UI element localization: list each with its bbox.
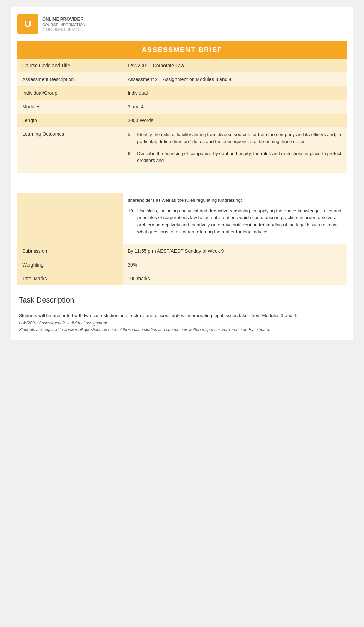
- task-overlap-line1: LAW2001: Assessment 2: Individual Assign…: [19, 320, 345, 327]
- length-value: 2000 Words: [123, 114, 347, 127]
- shareholder-text: shareholders as well as the rules regula…: [128, 198, 342, 203]
- assessment-table: ASSESSMENT BRIEF Course Code and Title L…: [17, 41, 347, 173]
- course-code-label: Course Code and Title: [17, 59, 123, 72]
- length-label: Length: [17, 114, 123, 127]
- assessment-desc-row: Assessment Description Assessment 2 – As…: [17, 72, 347, 86]
- weighting-label: Weighting: [17, 258, 123, 272]
- learning-outcomes-list: 5. Identify the risks of liability arisi…: [128, 131, 342, 164]
- page-container: U ONLINE PROVIDER COURSE INFORMATION ASS…: [11, 7, 353, 340]
- learning-outcomes-value: 5. Identify the risks of liability arisi…: [123, 127, 347, 173]
- individual-group-row: Individual/Group Individual: [17, 86, 347, 100]
- individual-group-label: Individual/Group: [17, 86, 123, 100]
- item-6-text: Describe the financing of companies by d…: [137, 150, 342, 164]
- cont-left-cell: [17, 193, 123, 244]
- course-code-value: LAW2001 - Corporate Law: [123, 59, 347, 72]
- total-marks-value: 100 marks: [123, 272, 347, 285]
- list-item: 10. Use skills, including analytical and…: [128, 208, 342, 235]
- weighting-value: 30%: [123, 258, 347, 272]
- item-5-num: 5.: [128, 131, 134, 145]
- list-item: 6. Describe the financing of companies b…: [128, 150, 342, 164]
- modules-row: Modules 3 and 4: [17, 100, 347, 114]
- continuation-row: shareholders as well as the rules regula…: [17, 193, 347, 244]
- modules-label: Modules: [17, 100, 123, 114]
- assessment-title: ASSESSMENT BRIEF: [17, 41, 347, 59]
- submission-value: By 11:55 p.m AEST/AEDT Sunday of Week 9: [123, 244, 347, 258]
- assessment-desc-value: Assessment 2 – Assignment on Modules 3 a…: [123, 72, 347, 86]
- total-marks-row: Total Marks 100 marks: [17, 272, 347, 285]
- course-code-row: Course Code and Title LAW2001 - Corporat…: [17, 59, 347, 72]
- task-title: Task Description: [19, 296, 345, 307]
- title-row: ASSESSMENT BRIEF: [17, 41, 347, 59]
- cont-right-cell: shareholders as well as the rules regula…: [123, 193, 347, 244]
- weighting-row: Weighting 30%: [17, 258, 347, 272]
- logo-letter: U: [24, 19, 31, 29]
- task-body: Students will be presented with two case…: [19, 312, 345, 333]
- logo-box: U: [17, 14, 38, 34]
- item-6-num: 6.: [128, 150, 134, 164]
- item-10-num: 10.: [128, 208, 135, 235]
- submission-row: Submission By 11:55 p.m AEST/AEDT Sunday…: [17, 244, 347, 258]
- total-marks-label: Total Marks: [17, 272, 123, 285]
- task-overlap-line2: Students are required to answer all ques…: [19, 327, 345, 333]
- table-gap: [17, 173, 347, 193]
- list-item: 5. Identify the risks of liability arisi…: [128, 131, 342, 145]
- logo-text: ONLINE PROVIDER COURSE INFORMATION ASSES…: [42, 16, 85, 32]
- learning-outcomes-label: Learning Outcomes: [17, 127, 123, 173]
- task-paragraph1: Students will be presented with two case…: [19, 312, 345, 319]
- header: U ONLINE PROVIDER COURSE INFORMATION ASS…: [17, 14, 347, 34]
- individual-group-value: Individual: [123, 86, 347, 100]
- length-row: Length 2000 Words: [17, 114, 347, 127]
- logo-line1: ONLINE PROVIDER: [42, 16, 85, 22]
- logo-line3: ASSESSMENT DETAILS: [42, 28, 85, 32]
- submission-label: Submission: [17, 244, 123, 258]
- continuation-list: 10. Use skills, including analytical and…: [128, 208, 342, 235]
- logo-line2: COURSE INFORMATION: [42, 23, 85, 27]
- assessment-desc-label: Assessment Description: [17, 72, 123, 86]
- continuation-table: shareholders as well as the rules regula…: [17, 193, 347, 285]
- item-5-text: Identify the risks of liability arising …: [137, 131, 342, 145]
- task-section: Task Description Students will be presen…: [17, 296, 347, 333]
- item-10-text: Use skills, including analytical and ded…: [137, 208, 342, 235]
- modules-value: 3 and 4: [123, 100, 347, 114]
- learning-outcomes-row: Learning Outcomes 5. Identify the risks …: [17, 127, 347, 173]
